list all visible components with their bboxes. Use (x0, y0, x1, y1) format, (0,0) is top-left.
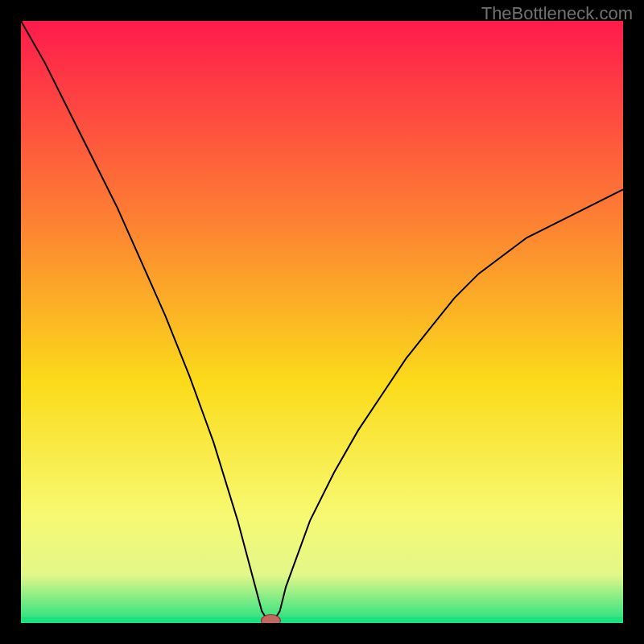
green-baseline-band (21, 617, 623, 623)
watermark-text: TheBottleneck.com (481, 3, 633, 24)
chart-frame: TheBottleneck.com (0, 0, 644, 644)
optimal-point-marker (261, 615, 280, 623)
plot-area (21, 21, 623, 623)
chart-svg (21, 21, 623, 623)
gradient-background (21, 21, 623, 623)
